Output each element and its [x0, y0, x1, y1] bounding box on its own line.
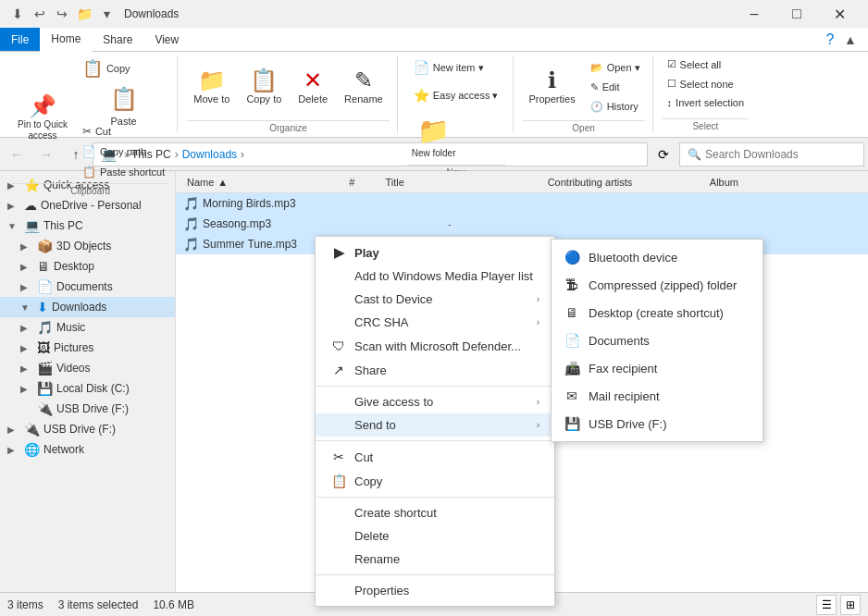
ctx-sep2: [316, 440, 554, 441]
open-label: Open: [523, 120, 645, 135]
sub-desktop-shortcut[interactable]: 🖥 Desktop (create shortcut): [552, 299, 763, 326]
new-item-btn[interactable]: 📄 New item ▾: [407, 55, 505, 80]
sub-mail-recipient[interactable]: ✉ Mail recipient: [552, 382, 763, 410]
rename-btn[interactable]: ✎ Rename: [338, 55, 390, 118]
sidebar-item-3d-objects[interactable]: ▶ 📦 3D Objects: [0, 236, 175, 256]
paste-btn[interactable]: 📋 Paste: [78, 83, 169, 120]
delete-btn[interactable]: ✕ Delete: [291, 55, 334, 118]
usb-sub-icon: 💾: [563, 414, 581, 433]
sidebar-item-onedrive[interactable]: ▶ ☁ OneDrive - Personal: [0, 195, 175, 216]
ribbon-toggle-btn[interactable]: ▲: [840, 30, 861, 50]
play-icon: ▶: [330, 245, 347, 260]
send-to-submenu: 🔵 Bluetooth device 🗜 Compressed (zipped)…: [551, 239, 763, 442]
copy-path-btn[interactable]: 📄 Copy path: [78, 142, 169, 161]
sidebar-item-this-pc[interactable]: ▼ 💻 This PC: [0, 216, 175, 236]
history-btn[interactable]: 🕐 History: [586, 98, 645, 116]
sidebar-item-network[interactable]: ▶ 🌐 Network: [0, 439, 175, 460]
ctx-rename[interactable]: Rename: [316, 548, 554, 571]
invert-selection-btn[interactable]: ↕ Invert selection: [663, 94, 749, 111]
copy-to-btn[interactable]: 📋 Copy to: [240, 55, 288, 118]
dropdown-qa-btn[interactable]: ▾: [96, 4, 117, 24]
ctx-share[interactable]: ↗ Share: [316, 358, 554, 382]
address-downloads[interactable]: Downloads: [182, 148, 237, 161]
music-icon: 🎵: [37, 320, 53, 335]
easy-access-btn[interactable]: ⭐ Easy access ▾: [407, 83, 505, 107]
close-button[interactable]: ✕: [818, 0, 861, 28]
music-arrow: ▶: [20, 323, 33, 333]
col-header-title[interactable]: Title: [378, 177, 539, 188]
search-input[interactable]: [705, 148, 856, 161]
ctx-delete[interactable]: Delete: [316, 524, 554, 548]
select-none-btn[interactable]: ☐ Select none: [663, 75, 749, 92]
help-btn[interactable]: ?: [820, 30, 840, 50]
ctx-give-access[interactable]: Give access to ›: [316, 390, 554, 413]
ctx-properties[interactable]: Properties: [316, 579, 554, 602]
sidebar-item-pictures[interactable]: ▶ 🖼 Pictures: [0, 338, 175, 358]
sidebar-item-usb-drive-indent[interactable]: 🔌 USB Drive (F:): [0, 399, 175, 419]
file-item-morning-birds[interactable]: 🎵 Morning Birds.mp3: [176, 193, 868, 214]
edit-btn[interactable]: ✎ Edit: [586, 79, 645, 96]
folder-icon-btn[interactable]: 📁: [74, 4, 94, 24]
address-bar[interactable]: 💻 › This PC › Downloads ›: [93, 142, 648, 166]
move-to-btn[interactable]: 📁 Move to: [187, 55, 236, 118]
pin-quick-access-btn[interactable]: 📌 Pin to Quick access: [11, 87, 74, 150]
sidebar-item-desktop[interactable]: ▶ 🖥 Desktop: [0, 256, 175, 277]
defender-icon: 🛡: [330, 339, 347, 353]
paste-shortcut-btn[interactable]: 📋 Paste shortcut: [78, 163, 169, 181]
ctx-cast-to-device[interactable]: Cast to Device ›: [316, 288, 554, 311]
sidebar-item-downloads[interactable]: ▼ ⬇ Downloads: [0, 297, 175, 317]
properties-btn[interactable]: ℹ Properties: [523, 55, 582, 118]
search-bar[interactable]: 🔍: [679, 142, 864, 166]
refresh-btn[interactable]: ⟳: [651, 142, 676, 166]
pictures-arrow: ▶: [20, 343, 33, 353]
select-all-btn[interactable]: ☑ Select all: [663, 55, 749, 73]
ctx-create-shortcut[interactable]: Create shortcut: [316, 501, 554, 524]
tab-home[interactable]: Home: [40, 28, 92, 52]
delete-label: Delete: [298, 93, 328, 105]
open-btn[interactable]: 📂 Open ▾: [586, 59, 645, 77]
ctx-scan-defender[interactable]: 🛡 Scan with Microsoft Defender...: [316, 334, 554, 358]
mp3-icon-3: 🎵: [183, 237, 199, 252]
undo-btn[interactable]: ↩: [30, 4, 50, 24]
copy-btn[interactable]: 📋 Copy: [78, 55, 169, 81]
file-item-seasong[interactable]: 🎵 Seasong.mp3 -: [176, 214, 868, 234]
minimize-button[interactable]: –: [733, 0, 775, 28]
ctx-add-to-wmp[interactable]: Add to Windows Media Player list: [316, 265, 554, 288]
cut-btn[interactable]: ✂ Cut: [78, 122, 169, 141]
new-folder-btn[interactable]: 📁 New folder: [407, 111, 461, 163]
ctx-sep3: [316, 497, 554, 498]
title-bar: ⬇ ↩ ↪ 📁 ▾ Downloads – □ ✕: [0, 0, 868, 28]
select-none-icon: ☐: [667, 78, 676, 90]
sub-bluetooth[interactable]: 🔵 Bluetooth device: [552, 243, 763, 271]
col-header-num[interactable]: #: [341, 177, 378, 188]
back-quick-btn[interactable]: ⬇: [7, 4, 28, 24]
sidebar-item-local-disk[interactable]: ▶ 💾 Local Disk (C:): [0, 378, 175, 399]
details-view-btn[interactable]: ☰: [816, 595, 837, 615]
col-header-album[interactable]: Album: [702, 177, 864, 188]
local-disk-arrow: ▶: [20, 384, 33, 394]
redo-btn[interactable]: ↪: [52, 4, 72, 24]
sub-fax-recipient[interactable]: 📠 Fax recipient: [552, 354, 763, 382]
view-controls: ☰ ⊞: [816, 595, 861, 615]
ctx-send-to[interactable]: Send to ›: [316, 413, 554, 437]
col-header-name[interactable]: Name ▲: [180, 177, 341, 188]
tab-file[interactable]: File: [0, 28, 40, 51]
maximize-button[interactable]: □: [775, 0, 818, 28]
large-icon-view-btn[interactable]: ⊞: [840, 595, 861, 615]
sub-usb-drive[interactable]: 💾 USB Drive (F:): [552, 410, 763, 437]
sub-documents[interactable]: 📄 Documents: [552, 326, 763, 354]
item-count: 3 items: [7, 598, 43, 611]
sidebar-item-music[interactable]: ▶ 🎵 Music: [0, 317, 175, 338]
tab-share[interactable]: Share: [92, 28, 143, 51]
ctx-copy[interactable]: 📋 Copy: [316, 469, 554, 493]
tab-view[interactable]: View: [143, 28, 190, 51]
sub-compressed-folder[interactable]: 🗜 Compressed (zipped) folder: [552, 271, 763, 299]
sidebar-item-videos[interactable]: ▶ 🎬 Videos: [0, 358, 175, 378]
ctx-crc-sha[interactable]: CRC SHA ›: [316, 311, 554, 334]
onedrive-arrow: ▶: [7, 201, 20, 211]
sidebar-item-usb-drive[interactable]: ▶ 🔌 USB Drive (F:): [0, 419, 175, 439]
ctx-play[interactable]: ▶ Play: [316, 240, 554, 265]
sidebar-item-documents[interactable]: ▶ 📄 Documents: [0, 277, 175, 297]
ctx-cut[interactable]: ✂ Cut: [316, 445, 554, 469]
col-header-artists[interactable]: Contributing artists: [540, 177, 702, 188]
